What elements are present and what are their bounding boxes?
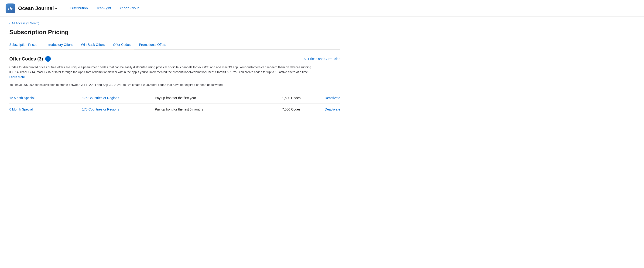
sub-nav-tab-promotional-offers[interactable]: Promotional Offers [139, 40, 170, 49]
svg-point-0 [10, 6, 11, 8]
offer-codes-count: 1,500 Codes [268, 96, 314, 100]
sub-nav-tab-offer-codes[interactable]: Offer Codes [113, 40, 134, 49]
deactivate-button[interactable]: Deactivate [314, 96, 340, 100]
deactivate-button[interactable]: Deactivate [314, 108, 340, 111]
sub-nav: Subscription Prices Introductory Offers … [9, 40, 340, 50]
app-name: Ocean Journal [18, 5, 54, 11]
offer-name[interactable]: 6 Month Special [9, 108, 82, 111]
chevron-down-icon: ▾ [55, 7, 57, 10]
header: Ocean Journal ▾ Distribution TestFlight … [0, 0, 644, 17]
offers-table: 12 Month Special 175 Countries or Region… [9, 92, 340, 115]
section-header: Offer Codes (3) + All Prices and Currenc… [9, 56, 340, 62]
nav-tab-xcode-cloud[interactable]: Xcode Cloud [115, 2, 144, 14]
main-content: ‹ All Access (1 Month) Subscription Pric… [0, 17, 350, 125]
all-prices-link[interactable]: All Prices and Currencies [304, 57, 340, 61]
table-row: 12 Month Special 175 Countries or Region… [9, 92, 340, 104]
breadcrumb-chevron-icon: ‹ [9, 22, 10, 25]
app-icon-svg [8, 5, 14, 11]
section-title-area: Offer Codes (3) + [9, 56, 51, 62]
sub-nav-tab-subscription-prices[interactable]: Subscription Prices [9, 40, 41, 49]
section-title: Offer Codes (3) [9, 56, 43, 62]
learn-more-link[interactable]: Learn More [9, 75, 25, 79]
nav-tab-distribution[interactable]: Distribution [66, 2, 92, 14]
app-name-area[interactable]: Ocean Journal ▾ [18, 5, 57, 11]
add-offer-button[interactable]: + [45, 56, 51, 62]
sub-nav-tab-introductory-offers[interactable]: Introductory Offers [46, 40, 76, 49]
sub-nav-tab-win-back-offers[interactable]: Win-Back Offers [81, 40, 108, 49]
description-text: Codes for discounted prices or free offe… [9, 65, 311, 74]
offer-description-col: Pay up front for the first 6 months [155, 108, 268, 111]
offer-regions[interactable]: 175 Countries or Regions [82, 108, 155, 111]
nav-tab-testflight[interactable]: TestFlight [92, 2, 115, 14]
breadcrumb[interactable]: ‹ All Access (1 Month) [9, 21, 340, 25]
offer-name[interactable]: 12 Month Special [9, 96, 82, 100]
main-nav: Distribution TestFlight Xcode Cloud [66, 2, 144, 14]
availability-text: You have 995,000 codes available to crea… [9, 83, 340, 88]
offer-description-col: Pay up front for the first year [155, 96, 268, 100]
offer-codes-count: 7,500 Codes [268, 108, 314, 111]
breadcrumb-label: All Access (1 Month) [12, 21, 40, 25]
app-icon [6, 3, 16, 13]
table-row: 6 Month Special 175 Countries or Regions… [9, 104, 340, 115]
offer-regions[interactable]: 175 Countries or Regions [82, 96, 155, 100]
offer-description: Codes for discounted prices or free offe… [9, 65, 312, 79]
page-title: Subscription Pricing [9, 29, 340, 36]
